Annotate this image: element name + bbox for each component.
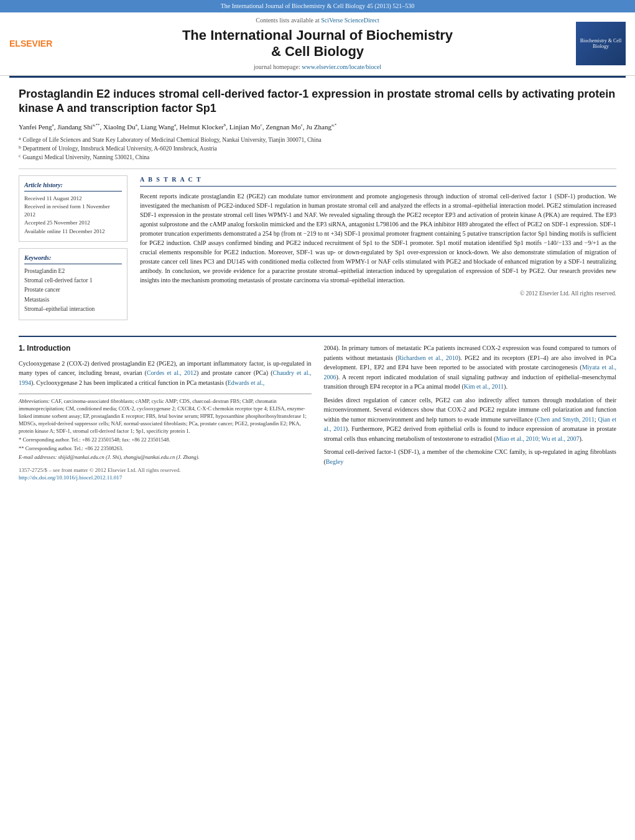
journal-info-center: Contents lists available at SciVerse Sci… xyxy=(59,16,576,72)
intro-para-3: Besides direct regulation of cancer cell… xyxy=(324,395,617,444)
ref-cordes[interactable]: Cordes et al., 2012 xyxy=(147,369,197,376)
ref-edwards[interactable]: Edwards et al., xyxy=(228,379,264,386)
affil-b: ᵇ Department of Urology, Innsbruck Medic… xyxy=(19,144,616,153)
section-1-heading: 1. Introduction xyxy=(19,343,312,354)
keywords-title: Keywords: xyxy=(24,254,122,264)
article-title: Prostaglandin E2 induces stromal cell-de… xyxy=(19,87,616,116)
article-content: Prostaglandin E2 induces stromal cell-de… xyxy=(0,78,635,491)
journal-header-bar: The International Journal of Biochemistr… xyxy=(0,0,635,12)
intro-col-right: 2004). In primary tumors of metastatic P… xyxy=(324,343,617,482)
keyword-2: Stromal cell-derived factor 1 xyxy=(24,277,122,285)
homepage-url[interactable]: www.elsevier.com/locate/biocel xyxy=(302,63,381,70)
footnote-area: Abbreviations: CAF, carcinoma-associated… xyxy=(19,394,312,481)
received-date: Received 11 August 2012 xyxy=(24,195,122,203)
body-divider xyxy=(19,336,616,337)
ref-miao[interactable]: Miao et al., 2010; Wu et al., 2007 xyxy=(496,435,579,442)
keywords-box: Keywords: Prostaglandin E2 Stromal cell-… xyxy=(19,248,127,320)
authors-line: Yanfei Penga, Jiandang Shia,**, Xiaolng … xyxy=(19,122,616,132)
journal-title: The International Journal of Biochemistr… xyxy=(59,27,576,60)
doi-link[interactable]: http://dx.doi.org/10.1016/j.biocel.2012.… xyxy=(19,474,122,481)
introduction-section: 1. Introduction Cyclooxygenase 2 (COX-2)… xyxy=(19,343,616,482)
ref-miyata[interactable]: Miyata et al., 2006 xyxy=(324,364,617,381)
intro-para-4: Stromal cell-derived factor-1 (SDF-1), a… xyxy=(324,447,617,466)
contents-text: Contents lists available at xyxy=(256,17,319,24)
journal-homepage: journal homepage: www.elsevier.com/locat… xyxy=(59,63,576,72)
abstract-column: A B S T R A C T Recent reports indicate … xyxy=(140,175,616,326)
keyword-5: Stromal–epithelial interaction xyxy=(24,305,122,313)
abstract-text: Recent reports indicate prostaglandin E2… xyxy=(140,192,616,285)
email-line: E-mail addresses: shijid@nankai.edu.cn (… xyxy=(19,454,312,461)
elsevier-logo-area: ELSEVIER xyxy=(9,38,59,50)
issn-line: 1357-2725/$ – see front matter © 2012 El… xyxy=(19,466,312,482)
intro-para-2: 2004). In primary tumors of metastatic P… xyxy=(324,343,617,392)
article-info-abstract: Article history: Received 11 August 2012… xyxy=(19,175,616,326)
ref-begley[interactable]: Begley xyxy=(326,458,343,465)
contents-line: Contents lists available at SciVerse Sci… xyxy=(59,16,576,25)
journal-info-bar: ELSEVIER Contents lists available at Sci… xyxy=(0,12,635,76)
affil-c: ᶜ Guangxi Medical University, Nanning 53… xyxy=(19,153,616,162)
keyword-3: Prostate cancer xyxy=(24,286,122,294)
available-date: Available online 11 December 2012 xyxy=(24,228,122,236)
ref-kim[interactable]: Kim et al., 2011 xyxy=(464,383,504,390)
elsevier-logo: ELSEVIER xyxy=(9,38,59,50)
homepage-label: journal homepage: xyxy=(254,63,300,70)
accepted-date: Accepted 25 November 2012 xyxy=(24,219,122,227)
affiliations: ᵃ College of Life Sciences and State Key… xyxy=(19,136,616,162)
intro-col-left: 1. Introduction Cyclooxygenase 2 (COX-2)… xyxy=(19,343,312,482)
abbrev-line: Abbreviations: CAF, carcinoma-associated… xyxy=(19,398,312,435)
ref-chen[interactable]: Chen and Smyth, 2011 xyxy=(537,416,595,423)
article-history-title: Article history: xyxy=(24,181,122,192)
section-divider-1 xyxy=(19,168,616,169)
keyword-1: Prostaglandin E2 xyxy=(24,267,122,275)
corr1-line: * Corresponding author. Tel.: +86 22 235… xyxy=(19,436,312,444)
abstract-title: A B S T R A C T xyxy=(140,175,616,187)
journal-thumbnail: Biochemistry & Cell Biology xyxy=(576,22,626,65)
ref-richardsen[interactable]: Richardsen et al., 2010 xyxy=(397,354,458,361)
keyword-4: Metastasis xyxy=(24,296,122,304)
revised-date: Received in revised form 1 November 2012 xyxy=(24,203,122,218)
copyright-line: © 2012 Elsevier Ltd. All rights reserved… xyxy=(140,290,616,298)
sciverse-link[interactable]: SciVerse ScienceDirect xyxy=(321,17,379,24)
left-column: Article history: Received 11 August 2012… xyxy=(19,175,127,326)
page-wrapper: The International Journal of Biochemistr… xyxy=(0,0,635,491)
affil-a: ᵃ College of Life Sciences and State Key… xyxy=(19,136,616,144)
corr2-line: ** Corresponding author. Tel.: +86 22 23… xyxy=(19,445,312,453)
article-history-box: Article history: Received 11 August 2012… xyxy=(19,175,127,242)
journal-citation: The International Journal of Biochemistr… xyxy=(221,2,415,9)
intro-para-1: Cyclooxygenase 2 (COX-2) derived prostag… xyxy=(19,359,312,388)
